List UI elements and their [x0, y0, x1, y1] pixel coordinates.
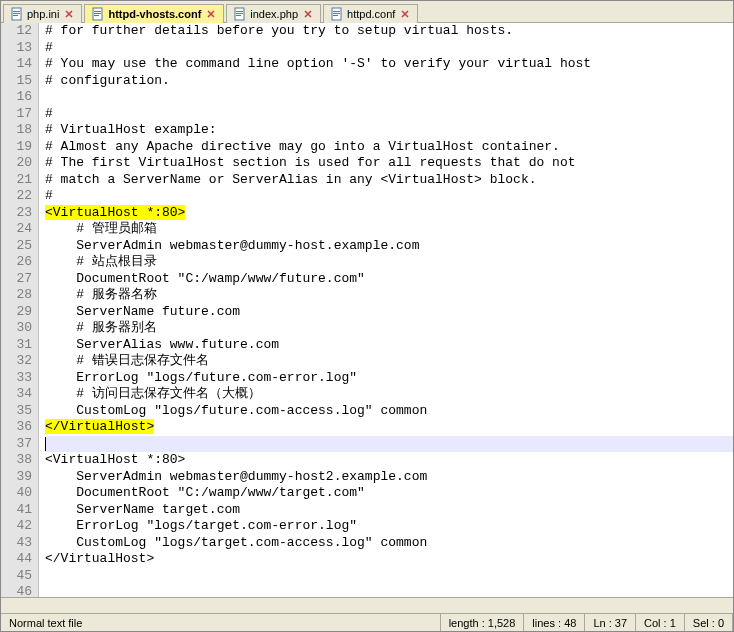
tab-php-ini[interactable]: php.ini [3, 4, 82, 23]
status-length: length : 1,528 [441, 614, 525, 631]
line-number: 42 [9, 518, 32, 535]
status-lines: lines : 48 [524, 614, 585, 631]
line-number: 15 [9, 73, 32, 90]
line-number: 22 [9, 188, 32, 205]
close-icon[interactable] [302, 8, 314, 20]
code-line[interactable]: # You may use the command line option '-… [45, 56, 733, 73]
code-line[interactable] [45, 89, 733, 106]
code-line[interactable]: # [45, 188, 733, 205]
line-number: 13 [9, 40, 32, 57]
code-line[interactable]: ServerName future.com [45, 304, 733, 321]
code-line[interactable]: # 管理员邮箱 [45, 221, 733, 238]
tab-label: index.php [250, 8, 298, 20]
svg-rect-14 [333, 13, 340, 14]
highlighted-text: </VirtualHost> [45, 419, 154, 434]
code-line[interactable]: </VirtualHost> [45, 551, 733, 568]
code-line[interactable]: CustomLog "logs/future.com-access.log" c… [45, 403, 733, 420]
code-area[interactable]: # for further details before you try to … [39, 23, 733, 597]
tab-index-php[interactable]: index.php [226, 4, 321, 23]
svg-rect-3 [13, 15, 18, 16]
line-number: 18 [9, 122, 32, 139]
line-number: 32 [9, 353, 32, 370]
line-number: 19 [9, 139, 32, 156]
svg-rect-1 [13, 11, 20, 12]
code-line[interactable]: # 访问日志保存文件名（大概） [45, 386, 733, 403]
line-number: 25 [9, 238, 32, 255]
status-sel: Sel : 0 [685, 614, 733, 631]
line-number: 20 [9, 155, 32, 172]
code-line[interactable]: # configuration. [45, 73, 733, 90]
code-line[interactable]: DocumentRoot "C:/wamp/www/target.com" [45, 485, 733, 502]
code-line[interactable]: ErrorLog "logs/future.com-error.log" [45, 370, 733, 387]
code-line[interactable]: CustomLog "logs/target.com-access.log" c… [45, 535, 733, 552]
code-line[interactable]: DocumentRoot "C:/wamp/www/future.com" [45, 271, 733, 288]
line-number: 31 [9, 337, 32, 354]
line-number: 41 [9, 502, 32, 519]
svg-rect-9 [236, 11, 243, 12]
close-icon[interactable] [205, 8, 217, 20]
svg-rect-5 [94, 11, 101, 12]
close-icon[interactable] [63, 8, 75, 20]
code-line[interactable]: ServerAlias www.future.com [45, 337, 733, 354]
editor-area[interactable]: 1213141516171819202122232425262728293031… [1, 23, 733, 597]
code-line[interactable]: # 错误日志保存文件名 [45, 353, 733, 370]
code-line[interactable] [45, 584, 733, 597]
code-line[interactable]: <VirtualHost *:80> [45, 452, 733, 469]
line-number: 38 [9, 452, 32, 469]
tab-bar: php.inihttpd-vhosts.confindex.phphttpd.c… [1, 1, 733, 23]
svg-rect-11 [236, 15, 241, 16]
code-line[interactable]: # [45, 106, 733, 123]
line-number: 23 [9, 205, 32, 222]
line-number: 27 [9, 271, 32, 288]
file-icon [10, 7, 24, 21]
line-number: 12 [9, 23, 32, 40]
line-number: 39 [9, 469, 32, 486]
line-number: 16 [9, 89, 32, 106]
code-line[interactable]: ServerAdmin webmaster@dummy-host2.exampl… [45, 469, 733, 486]
svg-rect-7 [94, 15, 99, 16]
line-number: 44 [9, 551, 32, 568]
svg-rect-6 [94, 13, 101, 14]
line-number: 21 [9, 172, 32, 189]
code-line[interactable]: ServerAdmin webmaster@dummy-host.example… [45, 238, 733, 255]
line-number: 37 [9, 436, 32, 453]
code-line[interactable]: # for further details before you try to … [45, 23, 733, 40]
close-icon[interactable] [399, 8, 411, 20]
line-number: 40 [9, 485, 32, 502]
svg-rect-10 [236, 13, 243, 14]
code-line[interactable]: ErrorLog "logs/target.com-error.log" [45, 518, 733, 535]
line-number: 24 [9, 221, 32, 238]
code-line[interactable]: # match a ServerName or ServerAlias in a… [45, 172, 733, 189]
code-line[interactable]: # 服务器名称 [45, 287, 733, 304]
tab-httpd-conf[interactable]: httpd.conf [323, 4, 418, 23]
code-line[interactable]: </VirtualHost> [45, 419, 733, 436]
horizontal-scrollbar[interactable] [1, 597, 733, 613]
tab-httpd-vhosts-conf[interactable]: httpd-vhosts.conf [84, 4, 224, 23]
code-line[interactable]: # VirtualHost example: [45, 122, 733, 139]
svg-rect-15 [333, 15, 338, 16]
code-line[interactable]: # 站点根目录 [45, 254, 733, 271]
code-line[interactable]: # [45, 40, 733, 57]
tab-label: httpd-vhosts.conf [108, 8, 201, 20]
file-icon [233, 7, 247, 21]
code-line[interactable] [45, 436, 733, 453]
line-number: 36 [9, 419, 32, 436]
line-number-gutter: 1213141516171819202122232425262728293031… [1, 23, 39, 597]
line-number: 29 [9, 304, 32, 321]
svg-rect-13 [333, 11, 340, 12]
code-line[interactable]: # Almost any Apache directive may go int… [45, 139, 733, 156]
file-icon [330, 7, 344, 21]
code-line[interactable]: # The first VirtualHost section is used … [45, 155, 733, 172]
line-number: 14 [9, 56, 32, 73]
line-number: 33 [9, 370, 32, 387]
code-line[interactable]: # 服务器别名 [45, 320, 733, 337]
code-line[interactable]: ServerName target.com [45, 502, 733, 519]
status-bar: Normal text file length : 1,528 lines : … [1, 613, 733, 631]
line-number: 45 [9, 568, 32, 585]
code-line[interactable] [45, 568, 733, 585]
line-number: 43 [9, 535, 32, 552]
line-number: 46 [9, 584, 32, 597]
file-icon [91, 7, 105, 21]
line-number: 28 [9, 287, 32, 304]
code-line[interactable]: <VirtualHost *:80> [45, 205, 733, 222]
